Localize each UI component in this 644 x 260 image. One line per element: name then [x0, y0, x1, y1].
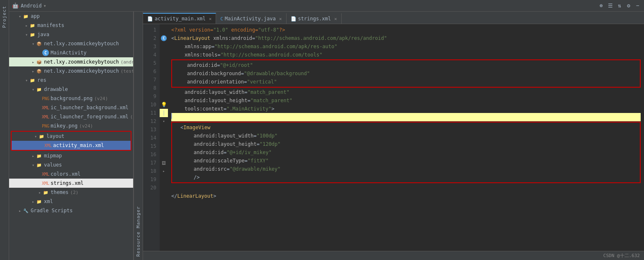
code-line-15: android:id="@+id/iv_mikey" — [174, 148, 638, 157]
package-icon: 📦 — [36, 68, 42, 74]
locate-icon[interactable]: ⊕ — [598, 2, 605, 10]
sidebar-item-ic-launcher-fg[interactable]: XML ic_launcher_foreground.xml (v24) — [9, 112, 133, 121]
item-label: mikey.png — [51, 123, 78, 129]
item-suffix: (test) — [121, 69, 134, 74]
tab-close-btn[interactable]: ✕ — [279, 16, 282, 22]
item-label: MainActivity — [51, 50, 87, 56]
bulb-gutter-icon[interactable]: 💡 — [161, 102, 167, 108]
xml-icon: XML — [42, 180, 49, 186]
settings-icon[interactable]: ⚙ — [625, 2, 632, 10]
project-tab[interactable]: Project — [2, 6, 7, 28]
expand-icon[interactable]: ☰ — [607, 2, 614, 10]
close-icon[interactable]: − — [634, 2, 642, 10]
sidebar-item-mainactivity[interactable]: C MainActivity — [9, 48, 133, 57]
item-suffix: (2) — [70, 190, 78, 195]
tab-activity-main-xml[interactable]: 📄 activity_main.xml ✕ — [143, 13, 216, 24]
sidebar-item-layout-wrapper: 📁 layout XML activity_main.xml — [11, 131, 131, 151]
item-label: manifests — [37, 22, 64, 28]
gradle-icon: 🔧 — [22, 208, 29, 213]
left-toolbar: Project — [0, 0, 9, 260]
folder-icon: 📁 — [29, 22, 36, 28]
code-content: <LinearLayout xmlns:android="http://sche… — [171, 34, 387, 42]
fold-icon-12[interactable]: ▾ — [163, 119, 165, 123]
sidebar-item-ic-launcher-bg[interactable]: XML ic_launcher_background.xml — [9, 103, 133, 112]
sidebar-item-manifests[interactable]: 📁 manifests — [9, 21, 133, 30]
arrow-package — [31, 69, 36, 74]
sidebar-item-layout[interactable]: 📁 layout — [12, 132, 131, 141]
code-line-4: xmlns:tools="http://schemas.android.com/… — [171, 51, 641, 59]
sidebar-item-drawable[interactable]: 📁 drawable — [9, 85, 133, 94]
content-area: 📁 app 📁 manifests 📁 java 📦 net.lxy.zoomm… — [9, 12, 644, 260]
code-line-3: xmlns:app="http://schemas.android.com/ap… — [171, 42, 641, 51]
sidebar-item-values[interactable]: 📁 values — [9, 160, 133, 169]
item-label: xml — [44, 199, 53, 204]
code-content: android:layout_height="match_parent" — [171, 96, 292, 105]
line-numbers: 12345 678910 1112131415 1617181920 — [143, 24, 160, 251]
item-label: layout — [46, 133, 64, 139]
arrow-app — [17, 14, 22, 19]
sidebar-item-mipmap[interactable]: 📁 mipmap — [9, 151, 133, 160]
sidebar-item-activity-main-xml[interactable]: XML activity_main.xml — [12, 141, 131, 150]
item-label: ic_launcher_foreground.xml — [51, 114, 129, 120]
folder-icon: 📁 — [36, 86, 42, 92]
tab-close-btn[interactable]: ✕ — [334, 16, 337, 22]
sidebar-item-background-png[interactable]: PNG background.png (v24) — [9, 94, 133, 103]
status-text: CSDN @十二.632 — [603, 253, 640, 259]
sidebar-item-package-test[interactable]: 📦 net.lxy.zoommickeybytouch (test) — [9, 66, 133, 76]
sidebar-item-app[interactable]: 📁 app — [9, 12, 133, 21]
arrow-layout — [33, 134, 38, 139]
fold-icon-18[interactable]: ▸ — [163, 169, 165, 173]
code-line-6: android:background="@drawable/background… — [174, 69, 638, 78]
code-line-11 — [171, 113, 641, 121]
item-suffix: (v24) — [130, 114, 134, 120]
item-label: java — [37, 32, 49, 37]
sidebar-item-strings-xml[interactable]: XML strings.xml — [9, 179, 133, 188]
sidebar-item-colors-xml[interactable]: XML colors.xml — [9, 169, 133, 179]
item-label: values — [44, 162, 62, 168]
item-label: themes — [51, 189, 68, 195]
arrow-xml — [31, 199, 36, 204]
code-line-14: android:layout_height="120dp" — [174, 140, 638, 148]
code-content: tools:context=".MainActivity"> — [171, 105, 275, 113]
sidebar: 📁 app 📁 manifests 📁 java 📦 net.lxy.zoomm… — [9, 12, 134, 260]
cursor — [171, 113, 172, 119]
sidebar-item-xml[interactable]: 📁 xml — [9, 197, 133, 206]
code-content: android:layout_height="120dp" — [174, 140, 281, 148]
code-content: /> — [174, 173, 199, 182]
folder-icon: 📁 — [38, 133, 45, 139]
arrow-values — [31, 162, 36, 167]
sidebar-item-res[interactable]: 📁 res — [9, 76, 133, 85]
code-content: xmlns:tools="http://schemas.android.com/… — [171, 51, 322, 59]
sidebar-item-package-android-test[interactable]: 📦 net.lxy.zoommickeybytouch (androidTest… — [9, 57, 133, 66]
code-line-8: android:layout_width="match_parent" — [171, 88, 641, 96]
code-line-13: android:layout_width="100dp" — [174, 132, 638, 140]
java-tab-icon: C — [220, 16, 223, 22]
tab-close-btn[interactable]: ✕ — [209, 16, 212, 22]
xml-tab-icon: 📄 — [147, 16, 153, 22]
tab-bar: 📄 activity_main.xml ✕ C MainActivity.jav… — [143, 12, 644, 24]
arrow-mipmap — [31, 153, 36, 158]
cursor-line: | — [162, 110, 165, 116]
tab-strings-xml[interactable]: 📄 strings.xml ✕ — [287, 13, 342, 24]
code-line-20: </LinearLayout> — [171, 192, 641, 200]
code-area[interactable]: <?xml version="1.0" encoding="utf-8"?> <… — [168, 24, 644, 251]
sidebar-item-java[interactable]: 📁 java — [9, 30, 133, 39]
sidebar-item-mikey-png[interactable]: PNG mikey.png (v24) — [9, 121, 133, 130]
item-label: ic_launcher_background.xml — [51, 105, 129, 110]
folder-icon: 📁 — [36, 162, 42, 168]
tab-mainactivity-java[interactable]: C MainActivity.java ✕ — [216, 13, 286, 24]
code-content: xmlns:app="http://schemas.android.com/ap… — [171, 42, 337, 51]
sidebar-item-package-main[interactable]: 📦 net.lxy.zoommickeybytouch — [9, 39, 133, 48]
sidebar-item-gradle[interactable]: 🔧 Gradle Scripts — [9, 206, 133, 215]
code-content: android:scaleType="fitXY" — [174, 157, 269, 165]
resource-manager-tab[interactable]: Resource Manager — [134, 12, 143, 260]
folder-icon: 📁 — [36, 153, 42, 159]
folder-icon: 📁 — [22, 13, 29, 19]
sidebar-item-themes[interactable]: 📁 themes (2) — [9, 188, 133, 197]
collapse-icon[interactable]: ⇅ — [616, 2, 623, 10]
xml-tab-icon: 📄 — [291, 16, 296, 22]
xml-icon: XML — [42, 171, 49, 177]
code-line-19 — [171, 184, 641, 192]
red-box-2: <ImageView android:layout_width="100dp" … — [171, 122, 641, 183]
item-suffix: (androidTest) — [121, 59, 134, 65]
